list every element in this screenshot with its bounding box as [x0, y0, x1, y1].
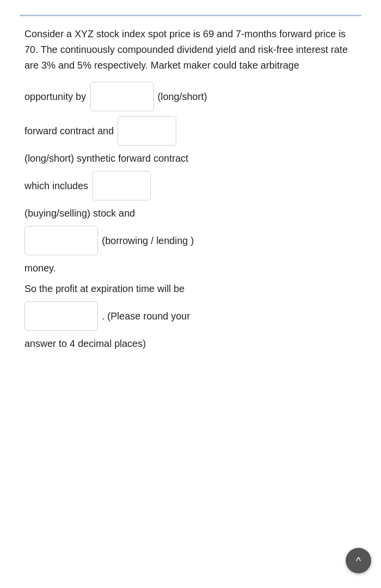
row-money: money. [24, 260, 357, 276]
content-area: Consider a XYZ stock index spot price is… [20, 26, 361, 351]
opportunity-prefix: opportunity by [24, 89, 86, 104]
long-short-1-label: (long/short) [158, 89, 207, 104]
forward-contract-prefix: forward contract and [24, 123, 114, 139]
row-profit-input: . (Please round your [24, 301, 357, 331]
row-profit: So the profit at expiration time will be [24, 281, 357, 296]
row-opportunity: opportunity by (long/short) [24, 82, 357, 111]
row-borrowing: (borrowing / lending ) [24, 226, 357, 255]
scroll-up-button[interactable]: ^ [346, 548, 371, 573]
input-which-includes[interactable] [92, 171, 151, 200]
decimal-text: answer to 4 decimal places) [24, 336, 146, 351]
borrowing-label: (borrowing / lending ) [102, 233, 194, 248]
profit-text: So the profit at expiration time will be [24, 281, 185, 296]
synthetic-text: (long/short) synthetic forward contract [24, 150, 189, 166]
chevron-up-icon: ^ [356, 553, 361, 569]
row-buying-selling: (buying/selling) stock and [24, 205, 357, 221]
intro-paragraph: Consider a XYZ stock index spot price is… [24, 26, 357, 73]
row-forward-contract: forward contract and [24, 116, 357, 146]
input-borrowing[interactable] [24, 226, 98, 255]
row-synthetic: (long/short) synthetic forward contract [24, 150, 357, 166]
please-round-text: . (Please round your [102, 308, 190, 324]
row-which-includes: which includes [24, 171, 357, 200]
row-decimal: answer to 4 decimal places) [24, 336, 357, 351]
top-border [20, 15, 361, 16]
buying-selling-text: (buying/selling) stock and [24, 205, 135, 221]
input-long-short-1[interactable] [90, 82, 154, 111]
money-text: money. [24, 260, 56, 276]
input-profit[interactable] [24, 301, 98, 331]
intro-text: Consider a XYZ stock index spot price is… [24, 28, 348, 71]
input-forward-contract[interactable] [118, 116, 176, 146]
page-container: Consider a XYZ stock index spot price is… [0, 0, 381, 588]
which-includes-prefix: which includes [24, 178, 88, 194]
